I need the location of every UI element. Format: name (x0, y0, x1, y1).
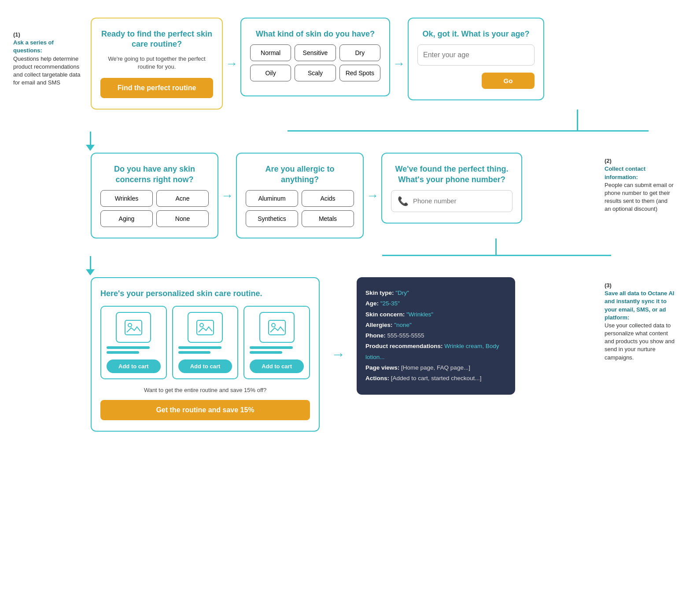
card-allergies-heading: Are you allergic to anything? (246, 164, 354, 185)
connector-down-3 (495, 238, 497, 256)
arrow-concerns-to-allergies: → (218, 189, 236, 203)
card-intro-body: We're going to put together the perfect … (100, 55, 213, 71)
connector-down-1 (577, 110, 578, 132)
skin-option-normal[interactable]: Normal (250, 44, 291, 61)
svg-rect-0 (125, 320, 142, 335)
product-lines-2 (178, 346, 232, 356)
skin-options-grid: Normal Sensitive Dry Oily Scaly Red Spot… (250, 44, 380, 81)
data-page-views: Page views: [Home page, FAQ page...] (365, 363, 506, 373)
card-skin-type: What kind of skin do you have? Normal Se… (240, 18, 390, 96)
data-skin-concern: Skin concern: "Wrinkles" (365, 309, 506, 320)
card-data: Skin type: "Dry" Age: "25-35" Skin conce… (357, 277, 515, 395)
row2-cards: Do you have any skin concerns right now?… (91, 153, 597, 238)
row1-cards: Ready to find the perfect skin care rout… (91, 18, 597, 110)
product-image-3 (259, 312, 295, 343)
card-intro: Ready to find the perfect skin care rout… (91, 18, 223, 110)
allergy-acids[interactable]: Acids (302, 190, 354, 207)
sidebar-note-3: (3) Save all data to Octane AI and insta… (605, 277, 684, 362)
skin-option-oily[interactable]: Oily (250, 65, 291, 81)
add-to-cart-2[interactable]: Add to cart (178, 359, 232, 373)
svg-rect-2 (197, 320, 214, 335)
card-age-heading: Ok, got it. What is your age? (417, 29, 535, 39)
card-intro-heading: Ready to find the perfect skin care rout… (100, 29, 213, 50)
skin-option-sensitive[interactable]: Sensitive (295, 44, 336, 61)
skin-option-scaly[interactable]: Scaly (295, 65, 336, 81)
concern-acne[interactable]: Acne (156, 190, 209, 207)
card-results-heading: Here's your personalized skin care routi… (100, 289, 310, 299)
data-phone: Phone: 555-555-5555 (365, 330, 506, 341)
card-age: Ok, got it. What is your age? Go (408, 18, 544, 100)
svg-rect-4 (269, 320, 285, 335)
data-actions: Actions: [Added to cart, started checkou… (365, 373, 506, 384)
svg-point-3 (200, 323, 203, 327)
product-image-2 (188, 312, 223, 343)
concern-wrinkles[interactable]: Wrinkles (100, 190, 153, 207)
row3-cards: Here's your personalized skin care routi… (91, 277, 597, 432)
card-results: Here's your personalized skin care routi… (91, 277, 320, 432)
save-text: Want to get the entire routine and save … (100, 386, 310, 394)
skin-option-red-spots[interactable]: Red Spots (339, 65, 380, 81)
save-routine-button[interactable]: Get the routine and save 15% (100, 400, 310, 420)
phone-icon: 📞 (398, 196, 409, 206)
data-skin-type: Skin type: "Dry" (365, 288, 506, 298)
find-routine-button[interactable]: Find the perfect routine (100, 78, 213, 98)
svg-point-5 (272, 323, 275, 327)
data-product-rec: Product recommendations: Wrinkle cream, … (365, 341, 506, 363)
product-card-1: Add to cart (100, 306, 167, 379)
card-concerns-heading: Do you have any skin concerns right now? (100, 164, 209, 185)
sidebar-note-1: (1) Ask a series of questions: Questions… (13, 18, 84, 87)
arrow-allergies-to-phone: → (364, 189, 381, 203)
phone-input-wrapper: 📞 (391, 190, 513, 212)
go-button[interactable]: Go (482, 73, 535, 89)
allergy-synthetics[interactable]: Synthetics (246, 210, 298, 227)
connector-horizontal-1 (288, 130, 649, 132)
concern-none[interactable]: None (156, 210, 209, 227)
data-age: Age: "25-35" (365, 298, 506, 309)
phone-input[interactable] (413, 197, 506, 205)
product-card-2: Add to cart (172, 306, 239, 379)
card-phone: We've found the perfect thing. What's yo… (381, 153, 522, 224)
card-phone-heading: We've found the perfect thing. What's yo… (391, 164, 513, 185)
product-card-3: Add to cart (243, 306, 310, 379)
card-skin-heading: What kind of skin do you have? (250, 29, 380, 39)
data-allergies: Allergies: "none" (365, 320, 506, 330)
connector-down-2 (86, 132, 95, 151)
add-to-cart-1[interactable]: Add to cart (107, 359, 161, 373)
allergy-aluminum[interactable]: Aluminum (246, 190, 298, 207)
connector-down-4 (86, 256, 95, 275)
card-concerns: Do you have any skin concerns right now?… (91, 153, 218, 238)
svg-point-1 (128, 323, 132, 327)
arrow-1-to-2: → (223, 57, 240, 71)
card-allergies: Are you allergic to anything? Aluminum A… (236, 153, 364, 238)
product-lines-1 (107, 346, 161, 356)
concern-aging[interactable]: Aging (100, 210, 153, 227)
age-input[interactable] (417, 44, 535, 66)
arrow-results-to-data: → (328, 346, 348, 363)
skin-option-dry[interactable]: Dry (339, 44, 380, 61)
allergies-options-grid: Aluminum Acids Synthetics Metals (246, 190, 354, 227)
add-to-cart-3[interactable]: Add to cart (250, 359, 304, 373)
product-lines-3 (250, 346, 304, 356)
concerns-options-grid: Wrinkles Acne Aging None (100, 190, 209, 227)
product-image-1 (116, 312, 151, 343)
arrow-2-to-3: → (390, 57, 408, 71)
sidebar-note-2: (2) Collect contact information: People … (605, 153, 684, 213)
allergy-metals[interactable]: Metals (302, 210, 354, 227)
